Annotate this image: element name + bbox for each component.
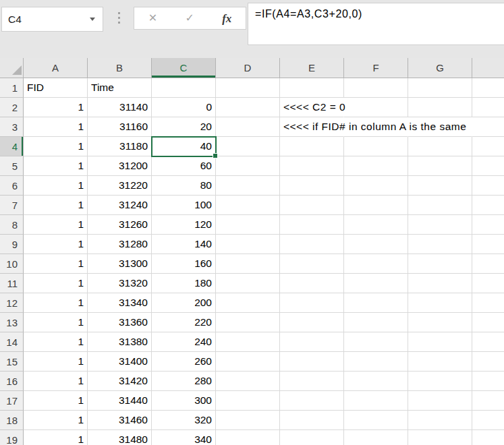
cell-D10[interactable] bbox=[216, 254, 280, 274]
cell-B2[interactable]: 31140 bbox=[88, 98, 152, 117]
cell-partial-3[interactable] bbox=[472, 117, 504, 137]
cell-A19[interactable]: 1 bbox=[24, 430, 88, 445]
row-header-16[interactable]: 16 bbox=[0, 372, 24, 391]
row-header-12[interactable]: 12 bbox=[0, 293, 24, 313]
cell-G17[interactable] bbox=[408, 391, 472, 411]
cell-D19[interactable] bbox=[216, 430, 280, 445]
cell-E17[interactable] bbox=[280, 391, 344, 411]
cell-G12[interactable] bbox=[408, 293, 472, 313]
cell-G8[interactable] bbox=[408, 215, 472, 235]
cell-B15[interactable]: 31400 bbox=[88, 352, 152, 372]
cell-A17[interactable]: 1 bbox=[24, 391, 88, 411]
row-header-5[interactable]: 5 bbox=[0, 156, 24, 176]
cell-E8[interactable] bbox=[280, 215, 344, 235]
cell-A16[interactable]: 1 bbox=[24, 372, 88, 391]
cell-B3[interactable]: 31160 bbox=[88, 117, 152, 137]
cell-E19[interactable] bbox=[280, 430, 344, 445]
insert-function-icon[interactable]: fx bbox=[222, 13, 231, 24]
cell-C18[interactable]: 320 bbox=[152, 411, 216, 430]
fill-handle[interactable] bbox=[213, 153, 218, 158]
cell-F12[interactable] bbox=[344, 293, 408, 313]
cell-G15[interactable] bbox=[408, 352, 472, 372]
cell-G4[interactable] bbox=[408, 137, 472, 156]
cell-A9[interactable]: 1 bbox=[24, 235, 88, 254]
cell-B9[interactable]: 31280 bbox=[88, 235, 152, 254]
cell-partial-9[interactable] bbox=[472, 235, 504, 254]
cell-G13[interactable] bbox=[408, 313, 472, 332]
cell-F11[interactable] bbox=[344, 274, 408, 293]
cell-partial-6[interactable] bbox=[472, 176, 504, 196]
cell-partial-17[interactable] bbox=[472, 391, 504, 411]
cell-A4[interactable]: 1 bbox=[24, 137, 88, 156]
row-header-2[interactable]: 2 bbox=[0, 98, 24, 117]
cell-C5[interactable]: 60 bbox=[152, 156, 216, 176]
enter-icon[interactable]: ✓ bbox=[185, 13, 194, 24]
cell-D1[interactable] bbox=[216, 78, 280, 98]
cell-A8[interactable]: 1 bbox=[24, 215, 88, 235]
cell-A13[interactable]: 1 bbox=[24, 313, 88, 332]
cell-D4[interactable] bbox=[216, 137, 280, 156]
formula-bar-splitter-icon[interactable] bbox=[117, 12, 121, 24]
cell-partial-1[interactable] bbox=[472, 78, 504, 98]
cell-D5[interactable] bbox=[216, 156, 280, 176]
cell-F6[interactable] bbox=[344, 176, 408, 196]
cell-C14[interactable]: 240 bbox=[152, 332, 216, 352]
cell-A2[interactable]: 1 bbox=[24, 98, 88, 117]
cell-partial-2[interactable] bbox=[472, 98, 504, 117]
cell-D17[interactable] bbox=[216, 391, 280, 411]
cell-D11[interactable] bbox=[216, 274, 280, 293]
cell-F1[interactable] bbox=[344, 78, 408, 98]
cell-D6[interactable] bbox=[216, 176, 280, 196]
cell-A15[interactable]: 1 bbox=[24, 352, 88, 372]
cell-partial-8[interactable] bbox=[472, 215, 504, 235]
cell-E12[interactable] bbox=[280, 293, 344, 313]
cell-C16[interactable]: 280 bbox=[152, 372, 216, 391]
cell-F17[interactable] bbox=[344, 391, 408, 411]
cell-A5[interactable]: 1 bbox=[24, 156, 88, 176]
cell-D13[interactable] bbox=[216, 313, 280, 332]
row-header-17[interactable]: 17 bbox=[0, 391, 24, 411]
row-header-1[interactable]: 1 bbox=[0, 78, 24, 98]
cell-C3[interactable]: 20 bbox=[152, 117, 216, 137]
cell-B6[interactable]: 31220 bbox=[88, 176, 152, 196]
column-header-D[interactable]: D bbox=[216, 58, 280, 78]
cell-B14[interactable]: 31380 bbox=[88, 332, 152, 352]
row-header-11[interactable]: 11 bbox=[0, 274, 24, 293]
cell-E5[interactable] bbox=[280, 156, 344, 176]
cell-D15[interactable] bbox=[216, 352, 280, 372]
column-header-partial[interactable] bbox=[472, 58, 504, 78]
cell-C13[interactable]: 220 bbox=[152, 313, 216, 332]
cell-F14[interactable] bbox=[344, 332, 408, 352]
cell-F2[interactable] bbox=[344, 98, 408, 117]
cell-F9[interactable] bbox=[344, 235, 408, 254]
cell-G16[interactable] bbox=[408, 372, 472, 391]
cell-F8[interactable] bbox=[344, 215, 408, 235]
cell-G5[interactable] bbox=[408, 156, 472, 176]
cell-E4[interactable] bbox=[280, 137, 344, 156]
cell-partial-4[interactable] bbox=[472, 137, 504, 156]
cell-G2[interactable] bbox=[408, 98, 472, 117]
cell-partial-5[interactable] bbox=[472, 156, 504, 176]
cell-A18[interactable]: 1 bbox=[24, 411, 88, 430]
cell-D18[interactable] bbox=[216, 411, 280, 430]
cell-A6[interactable]: 1 bbox=[24, 176, 88, 196]
row-header-13[interactable]: 13 bbox=[0, 313, 24, 332]
cell-G9[interactable] bbox=[408, 235, 472, 254]
cell-B4[interactable]: 31180 bbox=[88, 137, 152, 156]
cell-D2[interactable] bbox=[216, 98, 280, 117]
cell-A7[interactable]: 1 bbox=[24, 196, 88, 215]
cell-B5[interactable]: 31200 bbox=[88, 156, 152, 176]
cell-B1[interactable]: Time bbox=[88, 78, 152, 98]
cell-G11[interactable] bbox=[408, 274, 472, 293]
cell-C1[interactable] bbox=[152, 78, 216, 98]
cell-C8[interactable]: 120 bbox=[152, 215, 216, 235]
row-header-14[interactable]: 14 bbox=[0, 332, 24, 352]
formula-input[interactable]: =IF(A4=A3,C3+20,0) bbox=[248, 3, 504, 45]
row-header-6[interactable]: 6 bbox=[0, 176, 24, 196]
cell-A3[interactable]: 1 bbox=[24, 117, 88, 137]
row-header-8[interactable]: 8 bbox=[0, 215, 24, 235]
cell-A12[interactable]: 1 bbox=[24, 293, 88, 313]
cell-A1[interactable]: FID bbox=[24, 78, 88, 98]
cell-E9[interactable] bbox=[280, 235, 344, 254]
cell-C19[interactable]: 340 bbox=[152, 430, 216, 445]
